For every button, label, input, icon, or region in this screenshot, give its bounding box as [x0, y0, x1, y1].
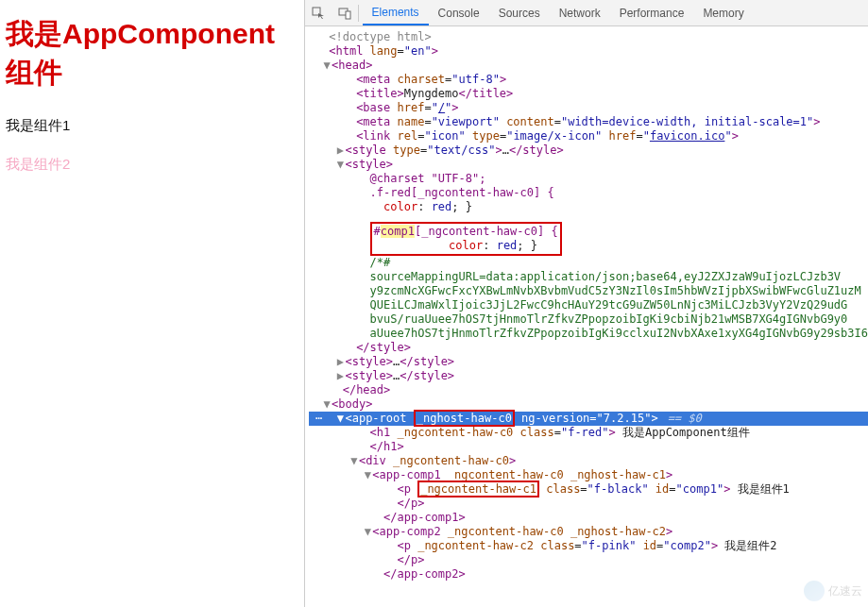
component-2-text: 我是组件2 [6, 156, 298, 174]
dom-node[interactable]: <meta name="viewport" content="width=dev… [309, 115, 868, 129]
tab-console[interactable]: Console [429, 0, 489, 25]
dom-node[interactable]: <h1 _ngcontent-haw-c0 class="f-red"> 我是A… [309, 426, 868, 440]
dom-node[interactable]: </app-comp2> [309, 567, 868, 582]
devtools-tabs: Elements Console Sources Network Perform… [359, 0, 754, 25]
dom-node[interactable]: </p> [309, 497, 868, 511]
dom-node[interactable]: ▶<style>…</style> [309, 369, 868, 383]
dom-node[interactable]: </style> [309, 341, 868, 355]
css-rule [309, 214, 868, 222]
dom-node-selected[interactable]: ⋯ ▼<app-root _nghost-haw-c0 ng-version="… [309, 412, 868, 426]
dom-node[interactable]: <meta charset="utf-8"> [309, 73, 868, 87]
dom-node[interactable]: <p _ngcontent-haw-c1 class="f-black" id=… [309, 482, 868, 497]
css-comment[interactable]: /*# [309, 256, 868, 270]
tab-network[interactable]: Network [550, 0, 610, 25]
dom-node[interactable]: ▼<head> [309, 59, 868, 73]
dom-node[interactable]: </head> [309, 383, 868, 397]
dom-node[interactable]: <title>Myngdemo</title> [309, 87, 868, 101]
dom-node[interactable]: <!doctype html> [309, 30, 868, 44]
dom-node[interactable]: </h1> [309, 440, 868, 454]
dom-node[interactable]: </app-comp1> [309, 511, 868, 525]
component-1-text: 我是组件1 [6, 117, 298, 135]
dom-node[interactable]: ▼<app-comp2 _ngcontent-haw-c0 _nghost-ha… [309, 525, 868, 539]
css-comment[interactable]: QUEiLCJmaWxlIjoic3JjL2FwcC9hcHAuY29tcG9u… [309, 298, 868, 312]
dom-node[interactable]: <link rel="icon" type="image/x-icon" hre… [309, 129, 868, 143]
tab-performance[interactable]: Performance [610, 0, 694, 25]
dom-node[interactable]: <p _ngcontent-haw-c2 class="f-pink" id="… [309, 539, 868, 553]
dom-node[interactable]: ▶<style>…</style> [309, 355, 868, 369]
app-title: 我是AppComponent组件 [6, 15, 298, 93]
inspect-icon[interactable] [305, 7, 332, 20]
app-viewport: 我是AppComponent组件 我是组件1 我是组件2 [0, 0, 304, 607]
tab-sources[interactable]: Sources [489, 0, 550, 25]
watermark-logo-icon [804, 581, 825, 601]
devtools-panel: Elements Console Sources Network Perform… [304, 0, 868, 607]
dom-node[interactable]: ▼<div _ngcontent-haw-c0> [309, 454, 868, 468]
css-comment[interactable]: y9zcmNcXGFwcFxcYXBwLmNvbXBvbmVudC5zY3NzI… [309, 284, 868, 298]
css-comment[interactable]: aUuee7hOS7tjHnmoTlrZfkvZPpopzoibIgKi9ccl… [309, 327, 868, 341]
tab-memory[interactable]: Memory [693, 0, 753, 25]
elements-tree[interactable]: <!doctype html> <html lang="en"> ▼<head>… [305, 26, 868, 607]
devtools-toolbar: Elements Console Sources Network Perform… [305, 0, 868, 26]
css-rule[interactable]: @charset "UTF-8"; [309, 172, 868, 186]
dom-node[interactable]: ▼<app-comp1 _ngcontent-haw-c0 _nghost-ha… [309, 468, 868, 482]
dom-node[interactable]: <html lang="en"> [309, 44, 868, 59]
dom-node[interactable]: <base href="/"> [309, 101, 868, 115]
svg-rect-2 [346, 11, 350, 19]
css-comment[interactable]: sourceMappingURL=data:application/json;b… [309, 270, 868, 284]
device-icon[interactable] [332, 7, 358, 20]
dom-node[interactable]: </p> [309, 553, 868, 567]
watermark: 亿速云 [804, 581, 862, 601]
dom-node[interactable]: ▼<style> [309, 158, 868, 172]
dom-node[interactable]: ▼<body> [309, 397, 868, 412]
tab-elements[interactable]: Elements [363, 0, 429, 25]
css-rule[interactable]: color: red; } [309, 200, 868, 214]
css-rule[interactable]: .f-red[_ngcontent-haw-c0] { [309, 186, 868, 200]
dom-node[interactable]: ▶<style type="text/css">…</style> [309, 143, 868, 158]
css-rule-highlighted[interactable]: #comp1[_ngcontent-haw-c0] { color: red; … [309, 222, 868, 256]
css-comment[interactable]: bvuS/ruaUuee7hOS7tjHnmoTlrZfkvZPpopzoibI… [309, 312, 868, 327]
